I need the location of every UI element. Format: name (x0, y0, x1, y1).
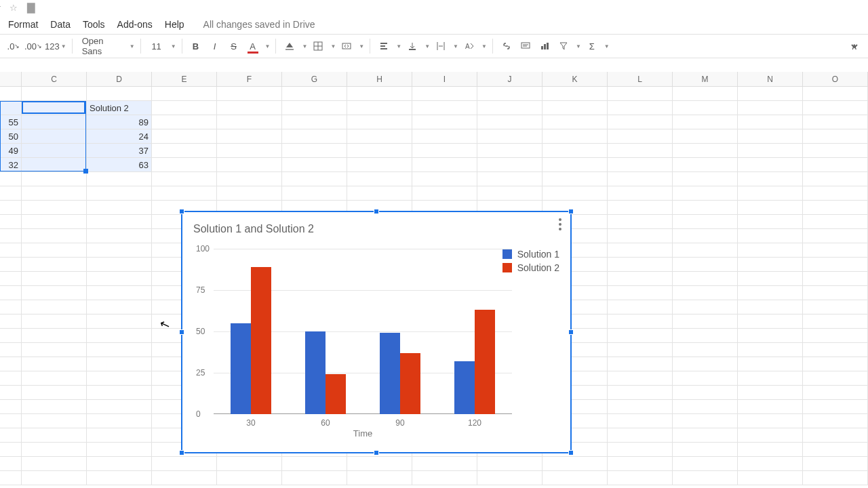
cell[interactable] (608, 115, 673, 129)
vertical-align-button[interactable] (404, 37, 420, 55)
cell[interactable] (803, 371, 868, 385)
cell[interactable] (87, 229, 152, 243)
menu-format[interactable]: Format (8, 19, 38, 30)
cell[interactable] (22, 272, 87, 285)
cell[interactable] (803, 87, 868, 100)
cell[interactable] (738, 457, 803, 470)
cell[interactable] (738, 272, 803, 285)
cell[interactable] (738, 87, 803, 100)
bar[interactable] (305, 331, 326, 414)
bold-button[interactable]: B (188, 37, 204, 55)
font-family-select[interactable]: Open Sans (78, 37, 125, 55)
bar[interactable] (251, 267, 271, 414)
cell[interactable] (87, 443, 152, 456)
insert-comment-button[interactable] (517, 37, 534, 55)
cell[interactable] (217, 87, 282, 100)
cell[interactable] (87, 186, 152, 200)
cell[interactable] (673, 272, 738, 285)
increase-decimal-button[interactable]: .00↘ (24, 37, 42, 55)
number-format-button[interactable]: 123▼ (45, 37, 66, 55)
cell[interactable] (22, 414, 87, 428)
cell[interactable] (803, 158, 868, 171)
bar[interactable] (400, 353, 420, 414)
column-header-J[interactable]: J (477, 72, 542, 86)
cell[interactable] (477, 158, 542, 171)
cell[interactable] (803, 129, 868, 143)
cell[interactable] (542, 144, 608, 157)
x-axis-title[interactable]: Time (353, 428, 372, 439)
column-header-E[interactable]: E (152, 72, 217, 86)
cell[interactable] (803, 400, 868, 413)
cell[interactable] (803, 243, 868, 257)
cell[interactable]: 89 (87, 115, 152, 129)
cell[interactable] (347, 101, 412, 115)
cell[interactable] (282, 186, 347, 200)
cell[interactable] (412, 457, 477, 470)
insert-link-button[interactable] (498, 37, 515, 55)
cell[interactable]: 37 (87, 144, 152, 157)
cell[interactable] (608, 386, 673, 399)
cell[interactable] (412, 115, 477, 129)
bar[interactable] (326, 374, 346, 414)
cell[interactable] (608, 329, 673, 342)
text-color-button[interactable]: A (245, 37, 261, 55)
cell[interactable] (608, 215, 673, 228)
cell[interactable] (542, 158, 608, 171)
cell[interactable] (217, 129, 282, 143)
cell[interactable] (217, 471, 282, 485)
cell[interactable] (217, 172, 282, 186)
cell[interactable] (673, 158, 738, 171)
cell[interactable] (803, 101, 868, 115)
cell[interactable] (803, 258, 868, 271)
column-header-D[interactable]: D (87, 72, 152, 86)
cell[interactable] (87, 371, 152, 385)
cell[interactable] (803, 286, 868, 300)
cell[interactable] (152, 172, 217, 186)
resize-handle-sw[interactable] (179, 450, 184, 455)
cell[interactable] (673, 258, 738, 271)
cell[interactable]: 63 (87, 158, 152, 171)
cell[interactable] (803, 272, 868, 285)
cell[interactable] (803, 457, 868, 470)
cell[interactable] (608, 400, 673, 413)
cell[interactable] (738, 471, 803, 485)
cell[interactable] (608, 272, 673, 285)
cell[interactable] (673, 115, 738, 129)
folder-icon[interactable]: ▇ (27, 1, 35, 14)
cell[interactable] (87, 400, 152, 413)
cell[interactable] (22, 115, 87, 129)
cell[interactable] (412, 129, 477, 143)
cell[interactable] (347, 172, 412, 186)
toolbar-expand-button[interactable]: ∧ (848, 39, 861, 53)
cell[interactable] (347, 186, 412, 200)
cell[interactable] (347, 471, 412, 485)
cell[interactable] (412, 471, 477, 485)
cell[interactable] (217, 101, 282, 115)
cell[interactable] (87, 201, 152, 214)
filter-button[interactable] (555, 37, 572, 55)
cell[interactable] (22, 314, 87, 328)
cell[interactable] (347, 87, 412, 100)
cell[interactable] (347, 457, 412, 470)
cell[interactable] (22, 201, 87, 214)
resize-handle-s[interactable] (374, 450, 379, 455)
resize-handle-e[interactable] (568, 329, 574, 335)
cell[interactable] (673, 129, 738, 143)
chart-title[interactable]: Solution 1 and Solution 2 (193, 223, 566, 235)
cell[interactable] (738, 371, 803, 385)
cell[interactable] (87, 428, 152, 442)
cell[interactable] (22, 428, 87, 442)
cell[interactable] (608, 443, 673, 456)
cell[interactable] (282, 87, 347, 100)
cell[interactable] (217, 158, 282, 171)
cell[interactable] (477, 129, 542, 143)
cell[interactable] (87, 414, 152, 428)
cell[interactable] (673, 314, 738, 328)
cell[interactable] (803, 471, 868, 485)
cell[interactable] (22, 186, 87, 200)
cell[interactable] (738, 386, 803, 399)
cell[interactable] (608, 343, 673, 357)
cell[interactable] (282, 457, 347, 470)
cell[interactable] (803, 201, 868, 214)
borders-button[interactable] (310, 37, 326, 55)
